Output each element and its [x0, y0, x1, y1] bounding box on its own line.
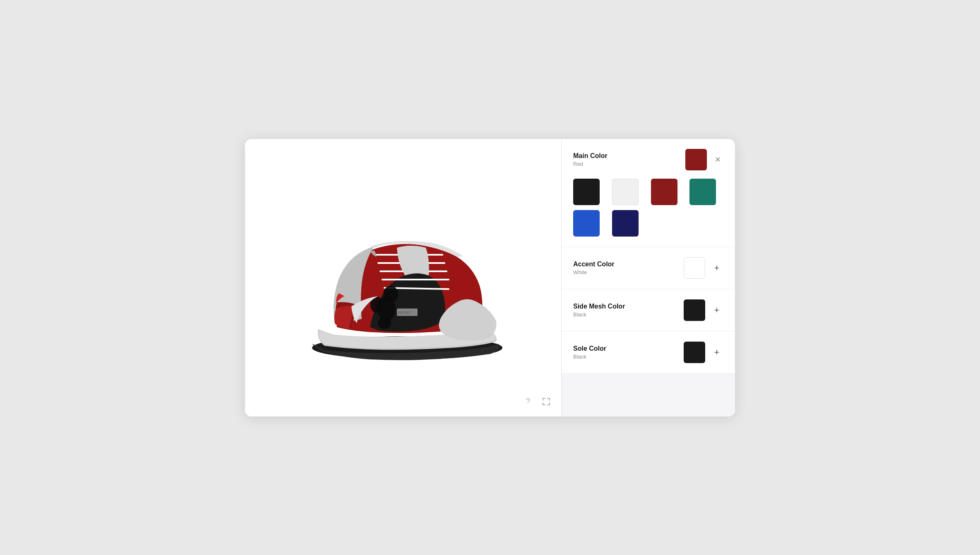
fullscreen-icon: [542, 397, 551, 406]
accent-color-title: Accent Color: [573, 260, 684, 268]
accent-color-swatch: [684, 257, 705, 279]
side-mesh-color-title: Side Mesh Color: [573, 302, 684, 310]
help-icon: ?: [526, 397, 530, 406]
fullscreen-button[interactable]: [540, 395, 553, 408]
side-mesh-color-info: Side Mesh Color Black: [573, 302, 684, 317]
sole-color-info: Sole Color Black: [573, 344, 684, 359]
shoe-preview: SPORT: [287, 187, 519, 368]
side-mesh-color-row: Side Mesh Color Black +: [573, 299, 723, 321]
main-color-close-button[interactable]: ✕: [712, 154, 723, 165]
side-mesh-color-section: Side Mesh Color Black +: [562, 289, 735, 331]
side-mesh-color-swatch: [684, 299, 705, 321]
side-mesh-color-actions: +: [684, 299, 723, 321]
sole-color-value: Black: [573, 354, 684, 360]
main-color-value: Red: [573, 161, 685, 167]
sole-color-actions: +: [684, 342, 723, 363]
help-button[interactable]: ?: [521, 395, 535, 408]
main-color-grid: [573, 179, 723, 237]
accent-color-row: Accent Color White +: [573, 257, 723, 279]
side-mesh-color-value: Black: [573, 311, 684, 318]
main-color-info: Main Color Red: [573, 152, 685, 167]
accent-color-actions: +: [684, 257, 723, 279]
side-mesh-color-expand-button[interactable]: +: [710, 304, 723, 317]
sole-color-row: Sole Color Black +: [573, 342, 723, 363]
main-color-section: Main Color Red ✕: [562, 139, 735, 246]
color-swatch-teal[interactable]: [689, 179, 716, 205]
color-swatch-white[interactable]: [612, 179, 639, 205]
accent-color-info: Accent Color White: [573, 260, 684, 275]
color-swatch-red[interactable]: [651, 179, 677, 205]
svg-text:SPORT: SPORT: [398, 311, 411, 315]
config-panel: Main Color Red ✕ Accent C: [561, 139, 735, 416]
sole-color-swatch: [684, 342, 705, 363]
main-color-header: Main Color Red ✕: [573, 149, 723, 170]
sole-color-section: Sole Color Black +: [562, 332, 735, 373]
preview-controls: ?: [521, 395, 553, 408]
svg-point-7: [383, 286, 398, 302]
main-color-title: Main Color: [573, 152, 685, 160]
main-color-actions: ✕: [685, 149, 723, 170]
color-swatch-navy[interactable]: [612, 210, 639, 237]
shoe-svg: SPORT: [287, 187, 519, 368]
app-window: SPORT ? Main Color Red: [245, 139, 735, 416]
accent-color-section: Accent Color White +: [562, 247, 735, 289]
sole-color-expand-button[interactable]: +: [710, 346, 723, 359]
accent-color-value: White: [573, 269, 684, 275]
main-color-selected-swatch: [685, 149, 707, 170]
accent-color-expand-button[interactable]: +: [710, 261, 723, 275]
sole-color-title: Sole Color: [573, 344, 684, 352]
color-swatch-blue[interactable]: [573, 210, 600, 237]
color-swatch-black[interactable]: [573, 179, 600, 205]
preview-area: SPORT ?: [245, 139, 561, 416]
svg-point-9: [378, 317, 391, 329]
